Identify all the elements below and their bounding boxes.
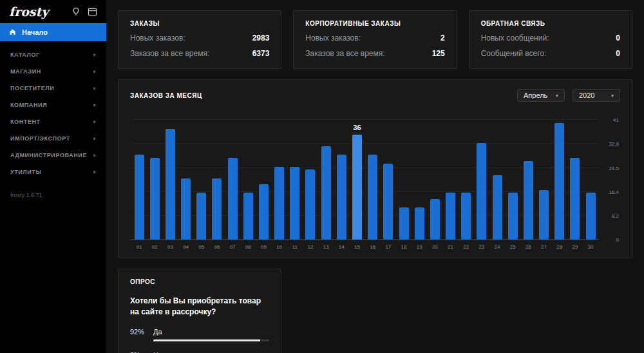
- sidebar-item-company[interactable]: КОМПАНИЯ ▾: [0, 97, 106, 113]
- x-axis-label: 08: [240, 244, 256, 250]
- year-select-value: 2020: [579, 91, 594, 99]
- bar-day-26[interactable]: [520, 120, 536, 240]
- sidebar-item-content[interactable]: КОНТЕНТ ▾: [0, 113, 106, 130]
- bar-day-12[interactable]: [303, 120, 318, 240]
- x-axis-label: 21: [442, 244, 458, 250]
- sidebar-item-label: КОНТЕНТ: [10, 119, 41, 125]
- survey-question: Хотели бы Вы приобретать товар на сайте …: [130, 296, 269, 318]
- x-axis-label: 18: [396, 244, 412, 250]
- month-select[interactable]: Апрель ▾: [517, 89, 565, 102]
- panels-icon[interactable]: [88, 8, 97, 16]
- bar-day-20[interactable]: [427, 120, 442, 240]
- bar-day-18[interactable]: [396, 120, 412, 240]
- x-axis-label: 27: [536, 244, 551, 250]
- bar-day-29[interactable]: [567, 120, 583, 240]
- chevron-down-icon: ▾: [93, 136, 96, 142]
- x-axis-label: 17: [381, 244, 396, 250]
- survey-percent: 92%: [130, 328, 147, 336]
- x-axis-label: 29: [567, 244, 583, 250]
- x-axis-label: 06: [209, 244, 225, 250]
- chevron-down-icon: ▾: [93, 69, 96, 75]
- bar-day-04[interactable]: [178, 120, 194, 240]
- main-content: ЗАКАЗЫ Новых заказов: 2983 Заказов за вс…: [106, 0, 644, 353]
- bar-day-03[interactable]: [162, 120, 178, 240]
- x-axis-label: 20: [427, 244, 442, 250]
- app-logo: frosty: [9, 5, 64, 19]
- year-select[interactable]: 2020 ▾: [573, 89, 620, 102]
- survey-option-yes: 92% Да: [130, 328, 269, 341]
- month-select-value: Апрель: [524, 91, 547, 99]
- y-axis-label: 16.4: [600, 189, 619, 195]
- x-axis-label: 22: [459, 244, 474, 250]
- chevron-down-icon: ▾: [556, 93, 558, 99]
- sidebar-item-utilities[interactable]: УТИЛИТЫ ▾: [0, 164, 106, 180]
- bar-day-22[interactable]: [459, 120, 474, 240]
- home-icon: [9, 28, 16, 37]
- x-axis-label: 23: [474, 244, 489, 250]
- x-axis-label: 25: [505, 244, 520, 250]
- x-axis-label: 14: [334, 244, 349, 250]
- bar-day-17[interactable]: [381, 120, 396, 240]
- x-axis-label: 30: [583, 244, 598, 250]
- bar-day-15[interactable]: 36: [349, 120, 365, 240]
- bar-day-30[interactable]: [583, 120, 598, 240]
- sidebar-item-home[interactable]: Начало: [0, 23, 106, 41]
- card-title: ОБРАТНАЯ СВЯЗЬ: [481, 20, 620, 27]
- sidebar-item-label: ПОСЕТИТЕЛИ: [10, 85, 54, 91]
- stat-value: 125: [432, 49, 445, 58]
- stat-value: 0: [616, 49, 620, 58]
- bar-day-06[interactable]: [209, 120, 225, 240]
- bar-day-19[interactable]: [412, 120, 427, 240]
- x-axis-label: 02: [147, 244, 162, 250]
- card-title: КОРПОРАТИВНЫЕ ЗАКАЗЫ: [305, 20, 444, 27]
- bar-day-11[interactable]: [287, 120, 303, 240]
- bar-day-07[interactable]: [225, 120, 240, 240]
- bar-day-27[interactable]: [536, 120, 551, 240]
- x-axis-label: 26: [520, 244, 536, 250]
- stat-value: 0: [616, 33, 620, 43]
- sidebar-item-import-export[interactable]: ИМПОРТ/ЭКСПОРТ ▾: [0, 130, 106, 147]
- x-axis-label: 28: [552, 244, 567, 250]
- bar-day-25[interactable]: [505, 120, 520, 240]
- sidebar-item-administration[interactable]: АДМИНИСТРИРОВАНИЕ ▾: [0, 147, 106, 164]
- bar-day-16[interactable]: [365, 120, 381, 240]
- bar-day-09[interactable]: [256, 120, 271, 240]
- bar-day-10[interactable]: [272, 120, 287, 240]
- sidebar-item-label: МАГАЗИН: [10, 68, 41, 75]
- sidebar-item-catalog[interactable]: КАТАЛОГ ▾: [0, 46, 106, 63]
- bottom-row: ОПРОС Хотели бы Вы приобретать товар на …: [118, 269, 632, 353]
- sidebar-item-label: ИМПОРТ/ЭКСПОРТ: [10, 135, 70, 142]
- x-axis-label: 04: [178, 244, 194, 250]
- x-axis-label: 10: [272, 244, 287, 250]
- orders-per-month-card: ЗАКАЗОВ ЗА МЕСЯЦ Апрель ▾ 2020 ▾ 36 08.2…: [118, 79, 632, 258]
- survey-progress-fill: [153, 339, 260, 341]
- x-axis-label: 07: [225, 244, 240, 250]
- bar-day-14[interactable]: [334, 120, 349, 240]
- sidebar-item-store[interactable]: МАГАЗИН ▾: [0, 63, 106, 80]
- bar-day-08[interactable]: [240, 120, 256, 240]
- x-axis-label: 13: [318, 244, 334, 250]
- sidebar-item-label: КАТАЛОГ: [10, 52, 40, 58]
- bar-day-13[interactable]: [318, 120, 334, 240]
- sidebar: frosty Начало КАТАЛОГ: [0, 0, 106, 353]
- x-axis-label: 09: [256, 244, 271, 250]
- sidebar-item-visitors[interactable]: ПОСЕТИТЕЛИ ▾: [0, 80, 106, 97]
- chevron-down-icon: ▾: [93, 102, 96, 108]
- stat-label: Заказов за все время:: [130, 49, 209, 58]
- stat-label: Сообщений всего:: [481, 49, 547, 58]
- bar-day-02[interactable]: [147, 120, 162, 240]
- lightbulb-icon[interactable]: [71, 7, 80, 16]
- bar-day-23[interactable]: [474, 120, 489, 240]
- bar-day-01[interactable]: [131, 120, 147, 240]
- stat-value: 2: [440, 33, 445, 43]
- chevron-down-icon: ▾: [93, 119, 96, 125]
- bar-day-24[interactable]: [489, 120, 505, 240]
- bar-day-21[interactable]: [442, 120, 458, 240]
- x-axis-label: 12: [303, 244, 318, 250]
- survey-title: ОПРОС: [130, 278, 269, 285]
- bar-day-05[interactable]: [194, 120, 209, 240]
- app-version: frosty 1.6.71: [0, 180, 106, 210]
- card-title: ЗАКАЗЫ: [130, 20, 269, 27]
- bar-day-28[interactable]: [552, 120, 567, 240]
- y-axis-label: 32.8: [600, 141, 619, 147]
